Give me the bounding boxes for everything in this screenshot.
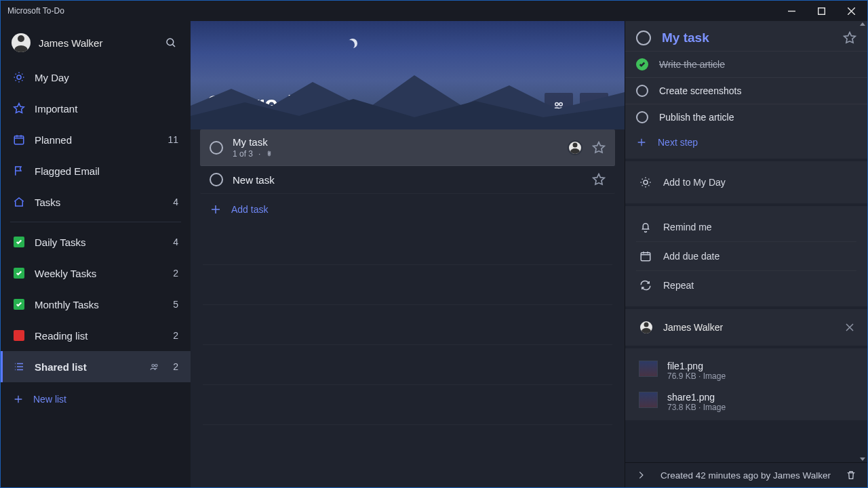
sidebar-divider — [10, 222, 181, 222]
new-list-button[interactable]: New list — [1, 384, 191, 415]
svg-point-11 — [644, 180, 648, 184]
sidebar-item-important[interactable]: Important — [1, 93, 191, 124]
sidebar: James Walker My Day Important Planned 11 — [1, 21, 191, 487]
task-complete-toggle[interactable] — [210, 173, 223, 186]
add-task-button[interactable]: Add task — [200, 194, 615, 225]
delete-task-button[interactable] — [846, 470, 856, 481]
app-title: Microsoft To-Do — [7, 6, 64, 16]
sidebar-item-label: My Day — [35, 72, 159, 83]
star-icon[interactable] — [592, 173, 606, 186]
sidebar-item-count: 2 — [169, 361, 178, 372]
task-complete-toggle[interactable] — [636, 30, 651, 45]
repeat-button[interactable]: Repeat — [636, 270, 856, 300]
sidebar-item-count: 11 — [167, 134, 178, 145]
sidebar-item-label: Daily Tasks — [35, 237, 159, 248]
task-list: My task 1 of 3 New task — [191, 129, 625, 447]
list-header: Shared list — [191, 21, 625, 129]
task-row[interactable]: My task 1 of 3 — [200, 129, 615, 166]
add-task-label: Add task — [231, 204, 268, 215]
remind-me-button[interactable]: Remind me — [636, 213, 856, 241]
star-icon[interactable] — [592, 141, 606, 155]
next-step-label: Next step — [658, 137, 698, 148]
sidebar-item-planned[interactable]: Planned 11 — [1, 124, 191, 155]
profile-button[interactable]: James Walker — [1, 28, 191, 62]
detail-footer: Created 42 minutes ago by James Walker — [625, 462, 867, 487]
square-icon — [13, 330, 25, 341]
svg-rect-12 — [641, 253, 650, 261]
step-complete-toggle[interactable] — [636, 111, 648, 123]
plus-icon — [210, 203, 222, 216]
step-label: Create screenshots — [659, 85, 741, 96]
window-minimize-button[interactable] — [776, 1, 806, 21]
main-pane: Shared list My task 1 of 3 — [191, 21, 625, 487]
step-complete-toggle[interactable] — [636, 58, 648, 70]
bell-icon — [639, 221, 652, 233]
attachment-name: file1.png — [667, 361, 726, 371]
step-label: Write the article — [659, 59, 725, 70]
due-date-label: Add due date — [663, 251, 719, 262]
sun-icon — [13, 71, 25, 83]
hide-detail-button[interactable] — [636, 470, 646, 480]
repeat-label: Repeat — [663, 280, 694, 291]
titlebar: Microsoft To-Do — [1, 1, 867, 21]
mountain-art — [191, 68, 625, 129]
svg-point-5 — [155, 365, 158, 367]
attachment-row[interactable]: share1.png 73.8 KB · Image — [636, 386, 856, 418]
scrollbar[interactable] — [859, 21, 867, 462]
task-subtitle: 1 of 3 — [233, 149, 558, 159]
plus-icon — [636, 137, 647, 148]
attachment-meta: 76.9 KB · Image — [667, 371, 726, 381]
sidebar-item-shared-list[interactable]: Shared list 2 — [1, 351, 191, 382]
sidebar-item-weekly-tasks[interactable]: Weekly Tasks 2 — [1, 258, 191, 289]
task-complete-toggle[interactable] — [210, 141, 223, 155]
step-row[interactable]: Publish the article — [625, 104, 867, 130]
assignee-avatar — [568, 140, 583, 155]
assignee-row[interactable]: James Walker — [636, 316, 856, 339]
sidebar-item-label: Flagged Email — [35, 165, 159, 177]
task-title: My task — [233, 136, 558, 148]
sidebar-item-count: 4 — [169, 197, 178, 207]
profile-name: James Walker — [39, 37, 154, 49]
repeat-icon — [639, 279, 652, 291]
step-complete-toggle[interactable] — [636, 85, 648, 97]
checkbox-icon — [13, 268, 25, 279]
add-to-my-day-label: Add to My Day — [663, 177, 726, 188]
list-icon — [13, 361, 25, 373]
new-list-label: New list — [33, 394, 66, 405]
window-close-button[interactable] — [836, 1, 866, 21]
checkbox-icon — [13, 237, 25, 247]
sidebar-item-tasks[interactable]: Tasks 4 — [1, 186, 191, 218]
sidebar-item-label: Monthly Tasks — [35, 299, 159, 310]
remove-assignee-button[interactable] — [846, 323, 854, 331]
sidebar-item-my-day[interactable]: My Day — [1, 62, 191, 93]
home-icon — [13, 196, 25, 208]
sidebar-item-flagged[interactable]: Flagged Email — [1, 155, 191, 186]
attachment-thumbnail — [639, 392, 658, 408]
add-step-button[interactable]: Next step — [625, 130, 867, 157]
sidebar-item-count: 5 — [169, 299, 178, 310]
search-icon[interactable] — [162, 34, 180, 52]
sidebar-item-daily-tasks[interactable]: Daily Tasks 4 — [1, 226, 191, 258]
sidebar-item-monthly-tasks[interactable]: Monthly Tasks 5 — [1, 289, 191, 320]
sidebar-item-label: Planned — [35, 134, 158, 146]
star-icon[interactable] — [843, 31, 856, 45]
window-maximize-button[interactable] — [806, 1, 836, 21]
attachment-thumbnail — [639, 361, 658, 377]
sidebar-item-reading-list[interactable]: Reading list 2 — [1, 320, 191, 351]
sidebar-item-label: Important — [35, 103, 159, 115]
step-row[interactable]: Create screenshots — [625, 77, 867, 104]
sidebar-item-count: 4 — [169, 237, 178, 247]
add-to-my-day-button[interactable]: Add to My Day — [636, 168, 856, 197]
assignee-avatar — [639, 320, 654, 335]
attachment-row[interactable]: file1.png 76.9 KB · Image — [636, 355, 856, 386]
task-row[interactable]: New task — [200, 166, 615, 194]
step-row[interactable]: Write the article — [625, 51, 867, 77]
sidebar-item-count: 2 — [169, 330, 178, 341]
sidebar-item-count: 2 — [169, 268, 178, 279]
sidebar-item-label: Shared list — [35, 361, 144, 373]
detail-pane: My task Write the article Create screens… — [625, 21, 867, 487]
star-icon — [13, 102, 25, 115]
due-date-button[interactable]: Add due date — [636, 241, 856, 270]
detail-title[interactable]: My task — [662, 30, 832, 45]
detail-footer-text: Created 42 minutes ago by James Walker — [655, 470, 836, 481]
